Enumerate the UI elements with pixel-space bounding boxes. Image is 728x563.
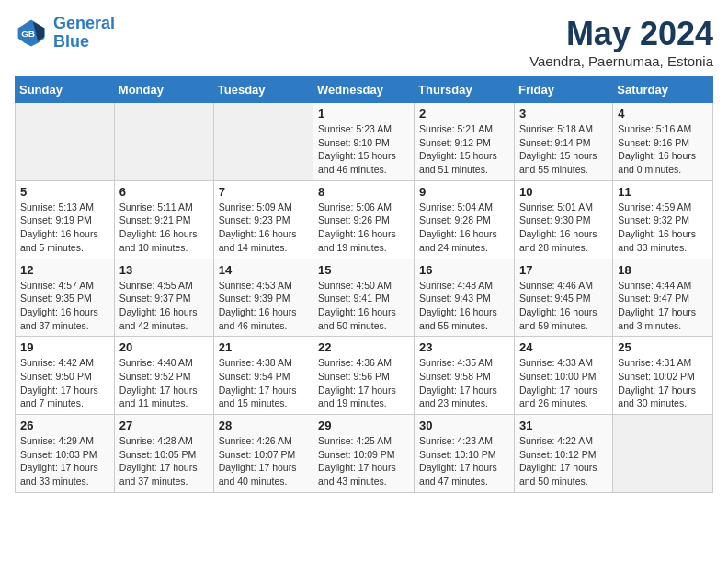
day-info: Sunrise: 4:53 AM Sunset: 9:39 PM Dayligh… bbox=[219, 279, 308, 333]
day-number: 31 bbox=[519, 419, 608, 432]
calendar-day-cell bbox=[213, 103, 313, 181]
day-info: Sunrise: 4:25 AM Sunset: 10:09 PM Daylig… bbox=[318, 434, 409, 488]
calendar-day-cell: 17Sunrise: 4:46 AM Sunset: 9:45 PM Dayli… bbox=[514, 259, 612, 337]
day-number: 10 bbox=[519, 185, 608, 199]
svg-text:GB: GB bbox=[21, 28, 35, 38]
day-info: Sunrise: 5:21 AM Sunset: 9:12 PM Dayligh… bbox=[419, 122, 509, 177]
day-of-week-header: Saturday bbox=[613, 77, 713, 103]
day-of-week-header: Sunday bbox=[16, 77, 115, 103]
day-number: 13 bbox=[119, 263, 209, 277]
calendar-day-cell: 15Sunrise: 4:50 AM Sunset: 9:41 PM Dayli… bbox=[313, 259, 415, 337]
day-number: 21 bbox=[219, 340, 308, 354]
calendar-day-cell: 13Sunrise: 4:55 AM Sunset: 9:37 PM Dayli… bbox=[114, 259, 213, 337]
day-number: 26 bbox=[20, 419, 109, 432]
day-info: Sunrise: 5:04 AM Sunset: 9:28 PM Dayligh… bbox=[419, 201, 509, 255]
calendar-day-cell: 3Sunrise: 5:18 AM Sunset: 9:14 PM Daylig… bbox=[514, 103, 612, 181]
calendar-day-cell: 8Sunrise: 5:06 AM Sunset: 9:26 PM Daylig… bbox=[313, 180, 415, 259]
calendar-day-cell: 2Sunrise: 5:21 AM Sunset: 9:12 PM Daylig… bbox=[415, 103, 515, 181]
day-info: Sunrise: 4:40 AM Sunset: 9:52 PM Dayligh… bbox=[119, 356, 209, 410]
calendar-day-cell: 11Sunrise: 4:59 AM Sunset: 9:32 PM Dayli… bbox=[613, 180, 713, 259]
calendar-day-cell: 18Sunrise: 4:44 AM Sunset: 9:47 PM Dayli… bbox=[613, 259, 713, 337]
calendar-day-cell: 27Sunrise: 4:28 AM Sunset: 10:05 PM Dayl… bbox=[114, 415, 213, 493]
day-number: 9 bbox=[419, 185, 509, 199]
day-number: 6 bbox=[119, 185, 209, 199]
day-number: 3 bbox=[519, 107, 608, 121]
day-number: 29 bbox=[318, 419, 409, 432]
calendar-day-cell: 10Sunrise: 5:01 AM Sunset: 9:30 PM Dayli… bbox=[514, 180, 612, 259]
day-number: 28 bbox=[219, 419, 308, 432]
calendar-day-cell: 28Sunrise: 4:26 AM Sunset: 10:07 PM Dayl… bbox=[213, 415, 313, 493]
day-info: Sunrise: 4:35 AM Sunset: 9:58 PM Dayligh… bbox=[419, 356, 509, 410]
day-number: 22 bbox=[318, 340, 409, 354]
day-number: 7 bbox=[219, 185, 308, 199]
day-number: 25 bbox=[618, 340, 708, 354]
day-number: 1 bbox=[318, 107, 409, 121]
day-number: 30 bbox=[419, 419, 509, 432]
day-info: Sunrise: 5:13 AM Sunset: 9:19 PM Dayligh… bbox=[20, 201, 109, 255]
day-of-week-header: Monday bbox=[114, 77, 213, 103]
day-info: Sunrise: 4:28 AM Sunset: 10:05 PM Daylig… bbox=[119, 434, 209, 488]
day-of-week-header: Tuesday bbox=[213, 77, 313, 103]
calendar-day-cell: 5Sunrise: 5:13 AM Sunset: 9:19 PM Daylig… bbox=[16, 180, 115, 259]
day-of-week-header: Wednesday bbox=[313, 77, 415, 103]
day-info: Sunrise: 4:44 AM Sunset: 9:47 PM Dayligh… bbox=[618, 279, 708, 333]
day-info: Sunrise: 5:06 AM Sunset: 9:26 PM Dayligh… bbox=[318, 201, 409, 255]
calendar-header-row: SundayMondayTuesdayWednesdayThursdayFrid… bbox=[16, 77, 713, 103]
calendar-week-row: 5Sunrise: 5:13 AM Sunset: 9:19 PM Daylig… bbox=[16, 180, 713, 259]
day-info: Sunrise: 5:01 AM Sunset: 9:30 PM Dayligh… bbox=[519, 201, 608, 255]
location-subtitle: Vaendra, Paernumaa, Estonia bbox=[529, 53, 713, 69]
day-number: 20 bbox=[119, 340, 209, 354]
day-info: Sunrise: 4:57 AM Sunset: 9:35 PM Dayligh… bbox=[20, 279, 109, 333]
day-info: Sunrise: 4:48 AM Sunset: 9:43 PM Dayligh… bbox=[419, 279, 509, 333]
calendar-day-cell: 9Sunrise: 5:04 AM Sunset: 9:28 PM Daylig… bbox=[415, 180, 515, 259]
day-number: 15 bbox=[318, 263, 409, 277]
day-number: 23 bbox=[419, 340, 509, 354]
day-info: Sunrise: 5:23 AM Sunset: 9:10 PM Dayligh… bbox=[318, 122, 409, 177]
day-info: Sunrise: 4:22 AM Sunset: 10:12 PM Daylig… bbox=[519, 434, 608, 488]
day-number: 24 bbox=[519, 340, 608, 354]
day-number: 27 bbox=[119, 419, 209, 432]
calendar-week-row: 19Sunrise: 4:42 AM Sunset: 9:50 PM Dayli… bbox=[16, 337, 713, 415]
calendar-day-cell bbox=[613, 415, 713, 493]
day-info: Sunrise: 4:50 AM Sunset: 9:41 PM Dayligh… bbox=[318, 279, 409, 333]
calendar-day-cell: 24Sunrise: 4:33 AM Sunset: 10:00 PM Dayl… bbox=[514, 337, 612, 415]
day-info: Sunrise: 4:23 AM Sunset: 10:10 PM Daylig… bbox=[419, 434, 509, 488]
day-info: Sunrise: 4:42 AM Sunset: 9:50 PM Dayligh… bbox=[20, 356, 109, 410]
day-info: Sunrise: 4:46 AM Sunset: 9:45 PM Dayligh… bbox=[519, 279, 608, 333]
logo-icon: GB bbox=[15, 17, 48, 50]
day-number: 19 bbox=[20, 340, 109, 354]
calendar-week-row: 26Sunrise: 4:29 AM Sunset: 10:03 PM Dayl… bbox=[16, 415, 713, 493]
day-info: Sunrise: 4:26 AM Sunset: 10:07 PM Daylig… bbox=[219, 434, 308, 488]
day-info: Sunrise: 4:36 AM Sunset: 9:56 PM Dayligh… bbox=[318, 356, 409, 410]
day-info: Sunrise: 5:18 AM Sunset: 9:14 PM Dayligh… bbox=[519, 122, 608, 177]
day-info: Sunrise: 4:59 AM Sunset: 9:32 PM Dayligh… bbox=[618, 201, 708, 255]
day-info: Sunrise: 4:29 AM Sunset: 10:03 PM Daylig… bbox=[20, 434, 109, 488]
day-number: 11 bbox=[618, 185, 708, 199]
day-of-week-header: Thursday bbox=[415, 77, 515, 103]
calendar-day-cell: 16Sunrise: 4:48 AM Sunset: 9:43 PM Dayli… bbox=[415, 259, 515, 337]
day-info: Sunrise: 4:33 AM Sunset: 10:00 PM Daylig… bbox=[519, 356, 608, 410]
page-header: GB General Blue May 2024 Vaendra, Paernu… bbox=[15, 15, 713, 69]
calendar-day-cell: 30Sunrise: 4:23 AM Sunset: 10:10 PM Dayl… bbox=[415, 415, 515, 493]
calendar-day-cell bbox=[16, 103, 115, 181]
logo: GB General Blue bbox=[15, 15, 115, 52]
day-number: 4 bbox=[618, 107, 708, 121]
day-of-week-header: Friday bbox=[514, 77, 612, 103]
day-info: Sunrise: 5:09 AM Sunset: 9:23 PM Dayligh… bbox=[219, 201, 308, 255]
calendar-day-cell: 31Sunrise: 4:22 AM Sunset: 10:12 PM Dayl… bbox=[514, 415, 612, 493]
day-number: 8 bbox=[318, 185, 409, 199]
day-info: Sunrise: 4:38 AM Sunset: 9:54 PM Dayligh… bbox=[219, 356, 308, 410]
day-number: 18 bbox=[618, 263, 708, 277]
day-info: Sunrise: 5:16 AM Sunset: 9:16 PM Dayligh… bbox=[618, 122, 708, 177]
calendar-table: SundayMondayTuesdayWednesdayThursdayFrid… bbox=[15, 76, 713, 493]
calendar-day-cell: 20Sunrise: 4:40 AM Sunset: 9:52 PM Dayli… bbox=[114, 337, 213, 415]
logo-text: General Blue bbox=[53, 15, 115, 52]
calendar-day-cell bbox=[114, 103, 213, 181]
calendar-day-cell: 23Sunrise: 4:35 AM Sunset: 9:58 PM Dayli… bbox=[415, 337, 515, 415]
title-block: May 2024 Vaendra, Paernumaa, Estonia bbox=[529, 15, 713, 69]
calendar-day-cell: 1Sunrise: 5:23 AM Sunset: 9:10 PM Daylig… bbox=[313, 103, 415, 181]
day-number: 2 bbox=[419, 107, 509, 121]
calendar-day-cell: 12Sunrise: 4:57 AM Sunset: 9:35 PM Dayli… bbox=[16, 259, 115, 337]
month-title: May 2024 bbox=[529, 15, 713, 53]
day-info: Sunrise: 4:55 AM Sunset: 9:37 PM Dayligh… bbox=[119, 279, 209, 333]
